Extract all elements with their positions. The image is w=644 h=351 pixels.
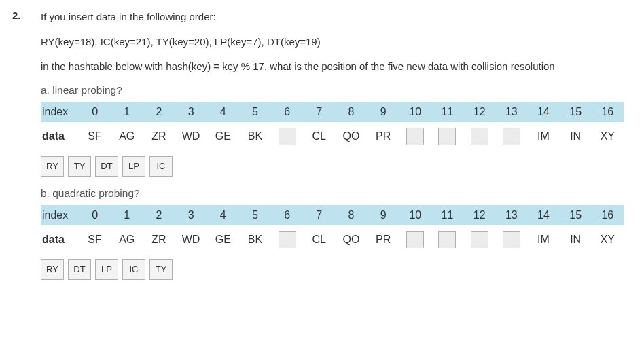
data-cell: AG [111,228,143,251]
empty-slot[interactable] [463,228,495,251]
empty-slot[interactable] [495,125,527,148]
index-cell: 13 [495,205,527,225]
part-b-label: b. quadratic probing? [41,187,624,200]
index-cell: 1 [111,205,143,225]
data-cell: IN [560,125,592,148]
index-cell: 12 [463,205,495,225]
table-b-index-row: index 012345678910111213141516 [41,205,624,225]
index-label: index [41,102,79,122]
table-b-data-row: data SFAGZRWDGEBKCLQOPRIMINXY [41,228,624,251]
empty-slot[interactable] [463,125,495,148]
question-number: 2. [12,10,41,291]
empty-slot[interactable] [271,228,303,251]
index-cell: 1 [111,102,143,122]
chip-dt[interactable]: DT [68,259,91,280]
index-cell: 0 [79,205,111,225]
data-cell: GE [207,228,239,251]
data-cell: IM [527,228,559,251]
data-cell: AG [111,125,143,148]
index-cell: 16 [592,205,624,225]
empty-slot[interactable] [495,228,527,251]
index-cell: 4 [207,102,239,122]
index-cell: 7 [303,102,335,122]
index-cell: 10 [399,205,431,225]
index-cell: 7 [303,205,335,225]
index-cell: 14 [527,205,559,225]
data-cell: PR [368,228,399,251]
data-cell: XY [592,228,624,251]
index-cell: 14 [527,102,559,122]
index-cell: 11 [431,102,463,122]
index-cell: 6 [271,205,303,225]
chip-ry[interactable]: RY [41,259,64,280]
index-cell: 8 [335,205,367,225]
index-cell: 10 [399,102,431,122]
chips-b: RYDTLPICTY [41,259,624,280]
data-cell: ZR [143,125,175,148]
index-cell: 11 [431,205,463,225]
data-cell: SF [79,125,111,148]
index-cell: 4 [207,205,239,225]
index-cell: 16 [592,102,624,122]
chip-lp[interactable]: LP [122,156,145,177]
hash-description: in the hashtable below with hash(key) = … [41,59,624,75]
chip-ty[interactable]: TY [149,259,173,280]
data-cell: GE [207,125,239,148]
index-cell: 0 [79,102,111,122]
chip-ry[interactable]: RY [41,156,64,177]
index-cell: 5 [239,102,271,122]
chip-lp[interactable]: LP [95,259,118,280]
chips-a: RYTYDTLPIC [41,156,624,177]
data-cell: QO [335,228,367,251]
data-cell: WD [175,125,207,148]
data-cell: QO [335,125,367,148]
data-label: data [41,125,79,148]
data-cell: IN [560,228,592,251]
index-cell: 13 [495,102,527,122]
chip-ty[interactable]: TY [68,156,91,177]
index-cell: 2 [143,205,175,225]
index-cell: 3 [175,102,207,122]
chip-dt[interactable]: DT [95,156,118,177]
chip-ic[interactable]: IC [122,259,145,280]
intro-text: If you insert data in the following orde… [41,10,624,25]
data-cell: CL [303,125,335,148]
index-label: index [41,205,79,225]
index-cell: 15 [560,205,592,225]
table-a-index-row: index 012345678910111213141516 [41,102,624,122]
part-a-label: a. linear probing? [41,84,624,96]
data-cell: CL [303,228,335,251]
data-cell: WD [175,228,207,251]
empty-slot[interactable] [399,125,431,148]
empty-slot[interactable] [399,228,431,251]
empty-slot[interactable] [431,228,463,251]
index-cell: 3 [175,205,207,225]
index-cell: 2 [143,102,175,122]
index-cell: 15 [560,102,592,122]
data-label: data [41,228,79,251]
data-cell: BK [239,125,271,148]
insert-order-text: RY(key=18), IC(key=21), TY(key=20), LP(k… [41,35,624,50]
data-cell: BK [239,228,271,251]
index-cell: 5 [239,205,271,225]
empty-slot[interactable] [271,125,303,148]
table-a-data-row: data SFAGZRWDGEBKCLQOPRIMINXY [41,125,624,148]
index-cell: 8 [335,102,367,122]
chip-ic[interactable]: IC [149,156,173,177]
data-cell: IM [527,125,559,148]
data-cell: XY [592,125,624,148]
data-cell: ZR [143,228,175,251]
index-cell: 6 [271,102,303,122]
data-cell: SF [79,228,111,251]
index-cell: 9 [368,102,399,122]
empty-slot[interactable] [431,125,463,148]
index-cell: 9 [368,205,399,225]
data-cell: PR [368,125,399,148]
index-cell: 12 [463,102,495,122]
